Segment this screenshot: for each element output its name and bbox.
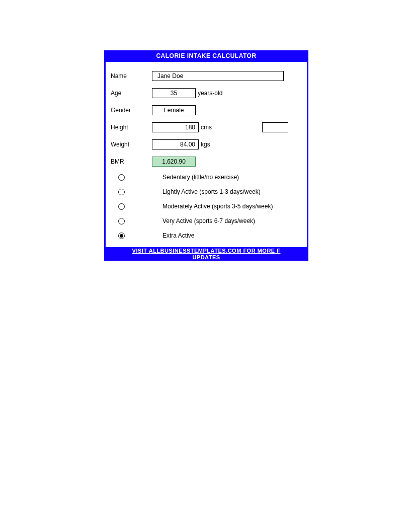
unit-weight: kgs <box>201 141 210 148</box>
label-bmr: BMR <box>111 158 152 165</box>
unit-height: cms <box>201 124 212 131</box>
footer-text-2: UPDATES <box>106 254 307 261</box>
activity-option-2[interactable]: Moderately Active (sports 3-5 days/week) <box>111 203 302 210</box>
radio-icon[interactable] <box>118 233 125 239</box>
input-name[interactable]: Jane Doe <box>152 71 284 81</box>
footer-text-1: VISIT ALLBUSINESSTEMPLATES.COM FOR MORE … <box>132 248 281 254</box>
footer-link[interactable]: VISIT ALLBUSINESSTEMPLATES.COM FOR MORE … <box>106 247 307 261</box>
title-bar: CALORIE INTAKE CALCULATOR <box>106 50 307 62</box>
unit-age: years-old <box>198 90 222 97</box>
activity-option-0[interactable]: Sedentary (little/no exercise) <box>111 174 302 181</box>
input-weight[interactable]: 84.00 <box>152 139 199 149</box>
row-name: Name Jane Doe <box>111 71 302 81</box>
activity-label: Moderately Active (sports 3-5 days/week) <box>162 203 273 210</box>
activity-label: Lightly Active (sports 1-3 days/week) <box>162 188 261 195</box>
activity-option-4[interactable]: Extra Active <box>111 232 302 239</box>
radio-icon[interactable] <box>118 189 125 195</box>
label-weight: Weight <box>111 141 152 148</box>
activity-label: Extra Active <box>162 232 194 239</box>
activity-label: Sedentary (little/no exercise) <box>162 174 239 181</box>
input-gender[interactable]: Female <box>152 105 196 115</box>
radio-icon[interactable] <box>118 203 125 210</box>
activity-label: Very Active (sports 6-7 days/week) <box>162 217 255 224</box>
input-height[interactable]: 180 <box>152 122 199 132</box>
radio-icon[interactable] <box>118 174 125 181</box>
row-bmr: BMR 1,620.90 <box>111 157 302 167</box>
row-age: Age 35 years-old <box>111 88 302 98</box>
label-height: Height <box>111 124 152 131</box>
label-name: Name <box>111 72 152 80</box>
calculator-sheet: CALORIE INTAKE CALCULATOR Name Jane Doe … <box>104 50 308 261</box>
label-age: Age <box>111 90 152 97</box>
activity-option-3[interactable]: Very Active (sports 6-7 days/week) <box>111 217 302 224</box>
input-age[interactable]: 35 <box>152 88 196 98</box>
row-gender: Gender Female <box>111 105 302 115</box>
radio-icon[interactable] <box>118 218 125 224</box>
row-height: Height 180 cms <box>111 122 302 132</box>
row-weight: Weight 84.00 kgs <box>111 139 302 149</box>
output-bmr: 1,620.90 <box>152 157 196 167</box>
form-body: Name Jane Doe Age 35 years-old Gender Fe… <box>106 62 307 247</box>
activity-option-1[interactable]: Lightly Active (sports 1-3 days/week) <box>111 188 302 195</box>
input-height-extra[interactable] <box>262 122 288 132</box>
label-gender: Gender <box>111 107 152 114</box>
